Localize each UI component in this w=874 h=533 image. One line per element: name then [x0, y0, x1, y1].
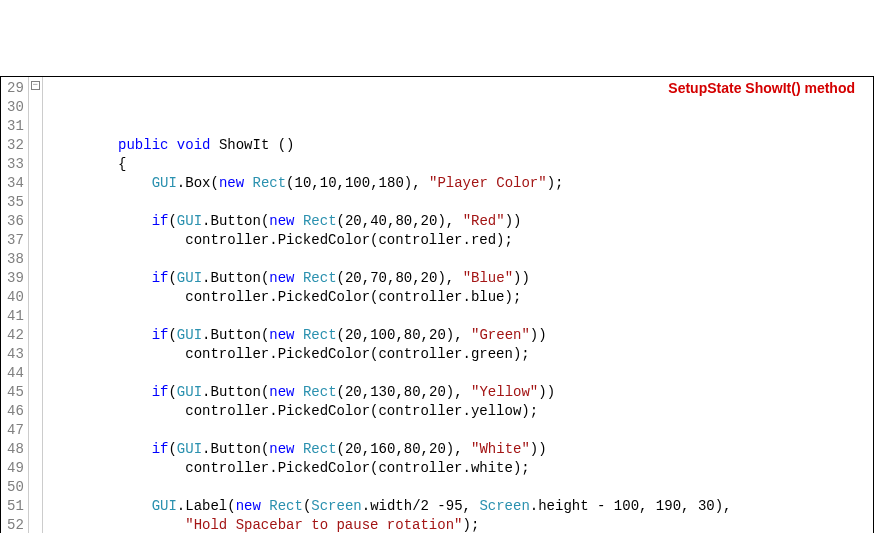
line-number: 46 [7, 402, 24, 421]
code-line[interactable]: if(GUI.Button(new Rect(20,70,80,20), "Bl… [51, 269, 873, 288]
code-line[interactable] [51, 421, 873, 440]
code-line[interactable]: controller.PickedColor(controller.green)… [51, 345, 873, 364]
code-line[interactable] [51, 364, 873, 383]
line-number: 37 [7, 231, 24, 250]
code-line[interactable] [51, 193, 873, 212]
line-number-gutter: 2930313233343536373839404142434445464748… [1, 77, 29, 533]
line-number: 43 [7, 345, 24, 364]
code-line[interactable]: if(GUI.Button(new Rect(20,40,80,20), "Re… [51, 212, 873, 231]
line-number: 38 [7, 250, 24, 269]
code-editor: 2930313233343536373839404142434445464748… [0, 76, 874, 533]
line-number: 36 [7, 212, 24, 231]
code-line[interactable]: controller.PickedColor(controller.red); [51, 231, 873, 250]
line-number: 33 [7, 155, 24, 174]
code-line[interactable]: if(GUI.Button(new Rect(20,160,80,20), "W… [51, 440, 873, 459]
line-number: 52 [7, 516, 24, 533]
code-line[interactable]: public void ShowIt () [51, 136, 873, 155]
code-line[interactable]: controller.PickedColor(controller.yellow… [51, 402, 873, 421]
code-line[interactable]: { [51, 155, 873, 174]
line-number: 48 [7, 440, 24, 459]
code-line[interactable]: GUI.Box(new Rect(10,10,100,180), "Player… [51, 174, 873, 193]
line-number: 41 [7, 307, 24, 326]
overlay-annotation: SetupState ShowIt() method [668, 79, 855, 98]
line-number: 45 [7, 383, 24, 402]
line-number: 34 [7, 174, 24, 193]
fold-column: − [29, 77, 43, 533]
line-number: 40 [7, 288, 24, 307]
line-number: 47 [7, 421, 24, 440]
line-number: 35 [7, 193, 24, 212]
line-number: 30 [7, 98, 24, 117]
code-line[interactable] [51, 478, 873, 497]
line-number: 39 [7, 269, 24, 288]
code-line[interactable] [51, 250, 873, 269]
line-number: 31 [7, 117, 24, 136]
line-number: 42 [7, 326, 24, 345]
line-number: 29 [7, 79, 24, 98]
code-line[interactable]: GUI.Label(new Rect(Screen.width/2 -95, S… [51, 497, 873, 516]
line-number: 51 [7, 497, 24, 516]
code-line[interactable] [51, 307, 873, 326]
code-area[interactable]: SetupState ShowIt() method public void S… [43, 77, 873, 533]
line-number: 49 [7, 459, 24, 478]
code-line[interactable]: controller.PickedColor(controller.white)… [51, 459, 873, 478]
code-line[interactable]: controller.PickedColor(controller.blue); [51, 288, 873, 307]
fold-toggle-icon[interactable]: − [31, 81, 40, 90]
line-number: 32 [7, 136, 24, 155]
line-number: 50 [7, 478, 24, 497]
code-line[interactable]: "Hold Spacebar to pause rotation"); [51, 516, 873, 533]
code-line[interactable]: if(GUI.Button(new Rect(20,100,80,20), "G… [51, 326, 873, 345]
code-line[interactable]: if(GUI.Button(new Rect(20,130,80,20), "Y… [51, 383, 873, 402]
line-number: 44 [7, 364, 24, 383]
